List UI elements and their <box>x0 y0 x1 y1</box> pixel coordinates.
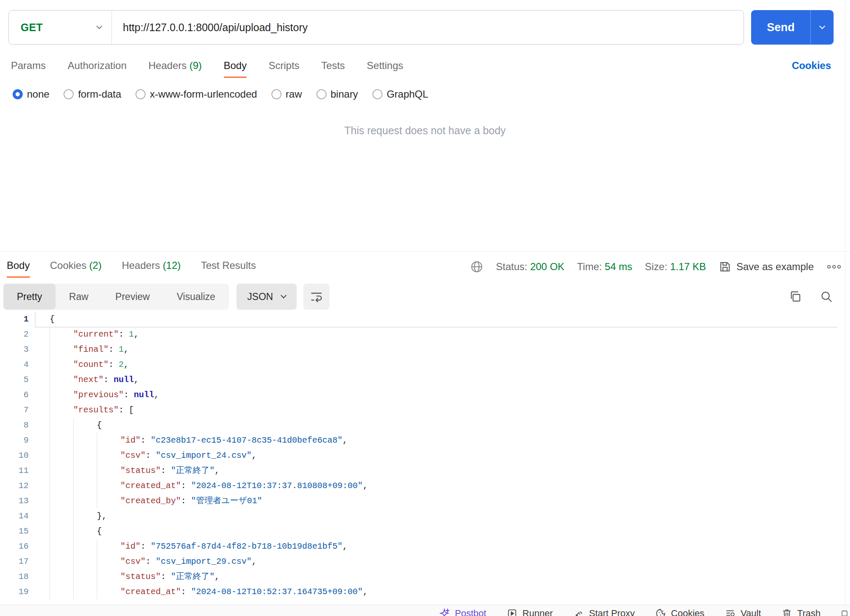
indent-guide <box>73 509 97 524</box>
send-button-label[interactable]: Send <box>751 10 810 45</box>
trash-icon <box>781 608 792 616</box>
indent-guide <box>50 357 73 372</box>
line-number: 18 <box>0 569 35 584</box>
copy-icon[interactable] <box>789 290 802 303</box>
tab-params[interactable]: Params <box>11 60 46 78</box>
code-line: 7"results": [ <box>0 403 837 418</box>
indent-guide <box>97 554 120 569</box>
url-input-container: GET http://127.0.0.1:8000/api/upload_his… <box>8 10 744 45</box>
code-line-content: "status": "正常終了", <box>35 463 837 478</box>
cookies-count: (2) <box>89 260 101 271</box>
indent-guide <box>97 463 120 478</box>
indent-guide <box>50 403 73 418</box>
tab-body[interactable]: Body <box>224 60 247 78</box>
vault-icon <box>725 608 736 616</box>
footer-bar: Postbot Runner Start Proxy Cookies <box>0 605 850 616</box>
radio-raw[interactable]: raw <box>271 88 302 100</box>
indent-guide <box>50 372 73 388</box>
view-mode-switcher: Pretty Raw Preview Visualize <box>3 284 229 310</box>
indent-guide <box>73 524 97 539</box>
code-actions <box>789 290 833 303</box>
view-tab-pretty[interactable]: Pretty <box>3 284 56 310</box>
radio-binary[interactable]: binary <box>316 88 358 100</box>
request-tabs: Params Authorization Headers (9) Body Sc… <box>11 60 403 78</box>
headers-count: (9) <box>189 60 202 71</box>
indent-guide <box>97 569 120 584</box>
radio-icon[interactable] <box>135 89 146 99</box>
search-icon[interactable] <box>820 290 833 303</box>
code-editor[interactable]: 1{2"current": 1,3"final": 1,4"count": 2,… <box>0 312 837 603</box>
cookie-icon <box>655 608 666 616</box>
url-field[interactable]: http://127.0.0.1:8000/api/upload_history <box>112 11 744 44</box>
method-select[interactable]: GET <box>9 11 112 44</box>
indent-guide <box>50 342 73 357</box>
line-number: 11 <box>0 463 35 478</box>
indent-guide <box>50 478 73 494</box>
cookies-link[interactable]: Cookies <box>792 60 831 72</box>
proxy-signal-icon <box>573 608 584 616</box>
tab-scripts[interactable]: Scripts <box>268 60 299 78</box>
tab-settings[interactable]: Settings <box>367 60 404 78</box>
start-proxy-button[interactable]: Start Proxy <box>573 608 635 616</box>
radio-form-data[interactable]: form-data <box>64 88 121 100</box>
tab-authorization[interactable]: Authorization <box>68 60 127 78</box>
more-options-icon[interactable] <box>826 264 842 270</box>
response-tab-headers[interactable]: Headers (12) <box>122 260 181 278</box>
send-button[interactable]: Send <box>751 10 834 45</box>
postbot-button[interactable]: Postbot <box>439 608 486 616</box>
send-options-button[interactable] <box>811 10 834 45</box>
code-line: 3"final": 1, <box>0 342 837 357</box>
code-line: 18"status": "正常終了", <box>0 569 837 584</box>
tab-headers[interactable]: Headers (9) <box>149 60 202 78</box>
indent-guide <box>97 584 120 600</box>
wrap-text-button[interactable] <box>303 284 329 310</box>
view-tab-raw[interactable]: Raw <box>56 284 102 310</box>
code-line: 17"csv": "csv_import_29.csv", <box>0 554 837 569</box>
console-icon-cutoff[interactable] <box>841 608 848 616</box>
body-type-options: none form-data x-www-form-urlencoded raw… <box>13 88 428 100</box>
code-line-content: "status": "正常終了", <box>35 569 837 584</box>
status-value[interactable]: Status: 200 OK <box>496 261 565 273</box>
runner-button[interactable]: Runner <box>507 608 553 616</box>
response-panel: Body Cookies (2) Headers (12) Test Resul… <box>0 251 850 616</box>
radio-icon[interactable] <box>316 89 327 99</box>
radio-x-www-form-urlencoded[interactable]: x-www-form-urlencoded <box>135 88 257 100</box>
indent-guide <box>50 539 73 554</box>
indent-guide <box>97 478 120 494</box>
radio-graphql[interactable]: GraphQL <box>372 88 428 100</box>
code-line: 16"id": "752576af-87d4-4f82-b718-10b19d8… <box>0 539 837 554</box>
response-tabs: Body Cookies (2) Headers (12) Test Resul… <box>7 260 256 278</box>
response-tab-test-results[interactable]: Test Results <box>201 260 256 278</box>
indent-guide <box>97 433 120 448</box>
response-tab-cookies[interactable]: Cookies (2) <box>50 260 102 278</box>
line-number: 1 <box>0 312 35 327</box>
response-meta: Status: 200 OK Time: 54 ms Size: 1.17 KB… <box>470 260 842 278</box>
size-value[interactable]: Size: 1.17 KB <box>645 261 706 273</box>
save-as-example-button[interactable]: Save as example <box>719 260 814 273</box>
language-select[interactable]: JSON <box>236 284 297 310</box>
radio-icon[interactable] <box>372 89 382 99</box>
vault-button[interactable]: Vault <box>725 608 761 616</box>
trash-button[interactable]: Trash <box>781 608 821 616</box>
code-line: 6"previous": null, <box>0 388 837 403</box>
code-line-content: "current": 1, <box>35 327 837 342</box>
response-tab-body[interactable]: Body <box>7 260 30 278</box>
chevron-down-icon <box>281 292 287 298</box>
indent-guide <box>50 494 73 509</box>
response-header: Body Cookies (2) Headers (12) Test Resul… <box>0 252 850 278</box>
cookies-button[interactable]: Cookies <box>655 608 704 616</box>
radio-icon[interactable] <box>271 89 282 99</box>
radio-icon[interactable] <box>13 89 23 99</box>
time-value[interactable]: Time: 54 ms <box>577 261 632 273</box>
radio-icon[interactable] <box>64 89 74 99</box>
empty-body-message: This request does not have a body <box>0 125 850 137</box>
response-view-bar: Pretty Raw Preview Visualize JSON <box>3 284 833 310</box>
view-tab-preview[interactable]: Preview <box>102 284 163 310</box>
radio-none[interactable]: none <box>13 88 49 100</box>
tab-tests[interactable]: Tests <box>321 60 345 78</box>
indent-guide <box>73 478 97 494</box>
save-icon <box>719 260 731 273</box>
indent-guide <box>50 418 73 433</box>
indent-guide <box>73 463 97 478</box>
view-tab-visualize[interactable]: Visualize <box>163 284 229 310</box>
